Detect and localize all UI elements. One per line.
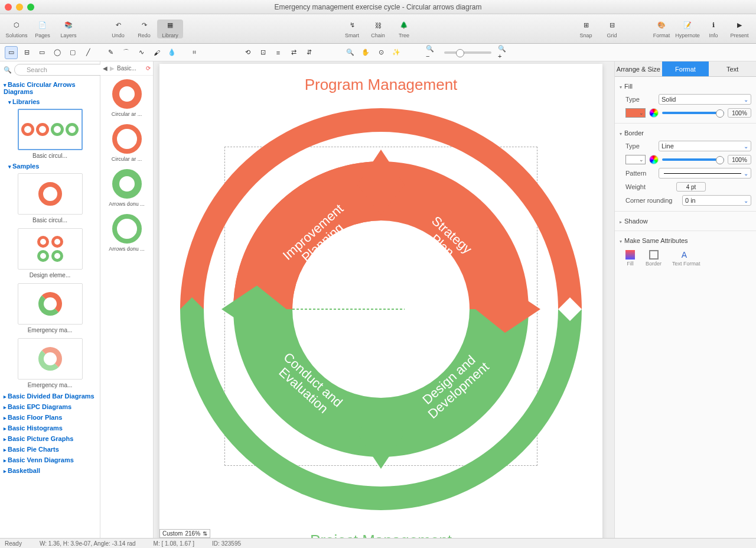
canvas-viewport[interactable]: Program Management Project Management	[154, 61, 614, 538]
solutions-button[interactable]: ⬡Solutions	[4, 20, 30, 38]
right-inspector-panel: Arrange & Size Format Text Fill Type Sol…	[614, 61, 756, 538]
zoom-tool[interactable]: 🔍	[344, 46, 357, 59]
select-tool[interactable]: ▭	[5, 46, 18, 59]
tab-text[interactable]: Text	[709, 61, 756, 77]
sample-thumb-0[interactable]: Basic circul...	[2, 171, 97, 226]
text-block-tool[interactable]: ⊟	[20, 46, 33, 59]
stamp-tool[interactable]: ⊙	[374, 46, 387, 59]
section-make-same[interactable]: Make Same Attributes	[620, 235, 751, 247]
status-object-id: ID: 323595	[212, 540, 241, 547]
label: Undo	[112, 33, 125, 38]
flip-tool[interactable]: ⇄	[287, 46, 300, 59]
nav-tree[interactable]: Basic Circular Arrows Diagrams Libraries…	[0, 78, 100, 538]
section-border[interactable]: Border	[620, 127, 751, 139]
color-wheel-icon[interactable]	[649, 108, 659, 118]
library-button[interactable]: ▦Library	[157, 20, 183, 38]
shape-library-panel: ◀ ▶ Basic... ⟳ Circular ar ... Circular …	[100, 61, 154, 538]
zoom-out-button[interactable]: 🔍−	[425, 46, 438, 59]
tab-arrange[interactable]: Arrange & Size	[615, 61, 662, 77]
layers-button[interactable]: 📚Layers	[56, 20, 82, 38]
same-text-button[interactable]: AText Format	[672, 250, 700, 267]
arc-tool[interactable]: ⌒	[119, 46, 132, 59]
category-picture-graphs[interactable]: Basic Picture Graphs	[2, 433, 97, 444]
info-button[interactable]: ℹInfo	[700, 20, 726, 38]
border-type-label: Type	[625, 142, 655, 150]
subsection-libraries[interactable]: Libraries	[2, 97, 97, 106]
line-tool[interactable]: ╱	[82, 46, 94, 59]
tool-row: ▭ ⊟ ▭ ◯ ▢ ╱ ✎ ⌒ ∿ 🖌 💧 ⌗ ⟲ ⊡ ≡ ⇄ ⇵ 🔍 ✋ ⊙ …	[0, 44, 756, 61]
category-epc[interactable]: Basic EPC Diagrams	[2, 401, 97, 412]
smart-connector-button[interactable]: ↯Smart	[339, 20, 365, 38]
canvas-page[interactable]: Program Management Project Management	[159, 64, 602, 538]
hand-tool[interactable]: ✋	[359, 46, 372, 59]
zoom-in-button[interactable]: 🔍+	[497, 46, 510, 59]
label: Format	[653, 33, 670, 38]
sample-thumb-2[interactable]: Emergency ma...	[2, 281, 97, 336]
same-fill-button[interactable]: Fill	[625, 250, 635, 267]
fill-opacity-value[interactable]: 100%	[728, 108, 751, 118]
redo-button[interactable]: ↷Redo	[131, 20, 157, 38]
lib-forward-icon[interactable]: ▶	[110, 65, 115, 72]
lib-breadcrumb[interactable]: Basic...	[117, 65, 136, 72]
border-opacity-slider[interactable]	[662, 158, 724, 161]
label: Grid	[607, 33, 617, 38]
category-floor-plans[interactable]: Basic Floor Plans	[2, 412, 97, 423]
weight-value[interactable]: 4 pt	[676, 182, 706, 192]
canvas-zoom-select[interactable]: Custom 216% ⇅	[159, 529, 210, 538]
zoom-slider[interactable]	[444, 51, 491, 54]
pattern-select[interactable]	[659, 168, 751, 179]
ellipse-tool[interactable]: ◯	[51, 46, 64, 59]
tab-format[interactable]: Format	[662, 61, 709, 77]
align-tool[interactable]: ≡	[272, 46, 285, 59]
grid-button[interactable]: ⊟Grid	[599, 20, 625, 38]
group-tool[interactable]: ⊡	[256, 46, 269, 59]
lib-shape-0[interactable]: Circular ar ...	[100, 76, 153, 121]
present-button[interactable]: ▶Present	[726, 20, 752, 38]
lib-refresh-icon[interactable]: ⟳	[146, 65, 151, 72]
snap-button[interactable]: ⊞Snap	[573, 20, 599, 38]
lib-shape-3[interactable]: Arrows donu ...	[100, 210, 153, 255]
sample-thumb-1[interactable]: Design eleme...	[2, 226, 97, 281]
tree-button[interactable]: 🌲Tree	[391, 20, 417, 38]
stepper-icon[interactable]: ⇅	[203, 530, 207, 537]
subsection-samples[interactable]: Samples	[2, 161, 97, 171]
format-panel-button[interactable]: 🎨Format	[649, 20, 674, 38]
sample-thumb-3[interactable]: Emergency ma...	[2, 336, 97, 391]
magic-wand-tool[interactable]: ✨	[390, 46, 403, 59]
thumb-label: Basic circul...	[8, 217, 92, 223]
category-pie-charts[interactable]: Basic Pie Charts	[2, 444, 97, 455]
fill-type-select[interactable]: Solid	[659, 94, 751, 105]
spline-tool[interactable]: ∿	[135, 46, 148, 59]
undo-button[interactable]: ↶Undo	[105, 20, 131, 38]
chain-button[interactable]: ⛓Chain	[365, 20, 391, 38]
category-circular-arrows[interactable]: Basic Circular Arrows Diagrams	[2, 79, 97, 97]
category-basketball[interactable]: Basketball	[2, 465, 97, 476]
brush-tool[interactable]: 🖌	[150, 46, 163, 59]
border-type-select[interactable]: Line	[659, 141, 751, 151]
order-tool[interactable]: ⇵	[302, 46, 315, 59]
hypernote-button[interactable]: 📝Hypernote	[674, 20, 700, 38]
crop-tool[interactable]: ⌗	[188, 46, 201, 59]
category-venn[interactable]: Basic Venn Diagrams	[2, 455, 97, 465]
category-histograms[interactable]: Basic Histograms	[2, 423, 97, 433]
same-border-button[interactable]: Border	[646, 250, 662, 267]
pages-button[interactable]: 📄Pages	[30, 20, 56, 38]
color-wheel-icon[interactable]	[649, 155, 659, 164]
category-divided-bar[interactable]: Basic Divided Bar Diagrams	[2, 391, 97, 401]
rounded-rect-tool[interactable]: ▢	[66, 46, 79, 59]
lib-thumb-0[interactable]: Basic circul...	[2, 106, 97, 161]
fill-color-swatch[interactable]	[625, 108, 646, 118]
rect-tool[interactable]: ▭	[35, 46, 48, 59]
fill-opacity-slider[interactable]	[662, 112, 724, 114]
border-opacity-value[interactable]: 100%	[728, 155, 751, 164]
lib-shape-2[interactable]: Arrows donu ...	[100, 166, 153, 210]
eyedropper-tool[interactable]: 💧	[165, 46, 178, 59]
section-fill[interactable]: Fill	[620, 80, 751, 92]
pen-tool[interactable]: ✎	[104, 46, 117, 59]
lib-shape-1[interactable]: Circular ar ...	[100, 121, 153, 166]
rotate-tool[interactable]: ⟲	[241, 46, 254, 59]
lib-back-icon[interactable]: ◀	[103, 65, 107, 72]
section-shadow[interactable]: Shadow	[620, 215, 751, 227]
border-color-swatch[interactable]	[625, 155, 646, 164]
corner-select[interactable]: 0 in	[682, 195, 751, 206]
